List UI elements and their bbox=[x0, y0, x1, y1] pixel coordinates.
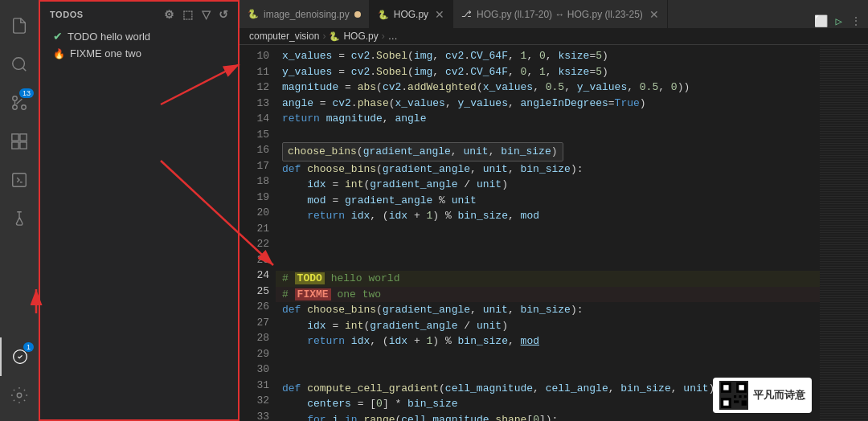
flame-icon: 🔥 bbox=[53, 48, 65, 59]
code-line-17: def choose_bins(gradient_angle, unit, bi… bbox=[276, 161, 820, 178]
tab-diff-label: HOG.py (ll.17-20) ↔ HOG.py (ll.23-25) bbox=[477, 9, 643, 20]
svg-line-1 bbox=[23, 67, 26, 71]
svg-point-4 bbox=[13, 105, 18, 110]
svg-point-11 bbox=[17, 393, 22, 398]
breadcrumb: computer_vision › 🐍 HOG.py › … bbox=[240, 28, 868, 45]
breadcrumb-file[interactable]: HOG.py bbox=[343, 31, 378, 42]
todos-sidebar: TODOS ⚙ ⬚ ▽ ↺ ✔ TODO hello world 🔥 FIXME… bbox=[39, 0, 240, 421]
svg-rect-21 bbox=[734, 400, 739, 403]
svg-rect-18 bbox=[734, 395, 736, 398]
fixme-item-label: FIXME one two bbox=[70, 47, 141, 59]
code-line-20: return idx, (idx + 1) % bin_size, mod bbox=[276, 208, 820, 224]
svg-rect-15 bbox=[739, 385, 743, 390]
watermark-text: 平凡而诗意 bbox=[753, 388, 805, 403]
tab-denoising[interactable]: 🐍 image_denoising.py bbox=[240, 0, 370, 28]
minimap-visual bbox=[820, 45, 868, 421]
todo-item-2[interactable]: 🔥 FIXME one two bbox=[40, 45, 238, 62]
run-icon[interactable]: ▷ bbox=[836, 14, 842, 28]
code-line-11: y_values = cv2.Sobel(img, cv2.CV_64F, 0,… bbox=[276, 64, 820, 80]
check-icon: ✔ bbox=[53, 30, 63, 43]
code-line-23 bbox=[276, 255, 820, 272]
tab-hog[interactable]: 🐍 HOG.py ✕ bbox=[370, 0, 453, 28]
tab-diff-icon: ⎇ bbox=[461, 9, 472, 19]
tab-bar: 🐍 image_denoising.py 🐍 HOG.py ✕ ⎇ HOG.py… bbox=[240, 0, 868, 28]
code-line-15 bbox=[276, 127, 820, 143]
sidebar-title: TODOS bbox=[50, 10, 84, 19]
sidebar-header: TODOS ⚙ ⬚ ▽ ↺ bbox=[40, 2, 238, 27]
tab-diff[interactable]: ⎇ HOG.py (ll.17-20) ↔ HOG.py (ll.23-25) … bbox=[453, 0, 668, 28]
tab-hog-icon: 🐍 bbox=[378, 10, 389, 20]
source-control-icon[interactable]: 13 bbox=[0, 84, 39, 122]
code-line-33: for i in range(cell_magnitude.shape[0]): bbox=[276, 412, 820, 422]
svg-rect-22 bbox=[742, 400, 747, 405]
todo-item-1[interactable]: ✔ TODO hello world bbox=[40, 27, 238, 45]
tab-denoising-icon: 🐍 bbox=[248, 9, 259, 19]
svg-point-0 bbox=[13, 58, 25, 70]
breadcrumb-sep1: › bbox=[322, 31, 326, 42]
todo-tree-icon[interactable]: 1 bbox=[0, 337, 39, 376]
tab-denoising-modified bbox=[354, 11, 361, 18]
code-line-25: # FIXME one two bbox=[276, 287, 820, 303]
line-numbers: 10 11 12 13 14 15 16 17 18 19 20 21 22 2… bbox=[240, 45, 276, 421]
code-line-16: choose_bins(gradient_angle, unit, bin_si… bbox=[276, 142, 820, 161]
tab-hog-close[interactable]: ✕ bbox=[435, 8, 444, 21]
settings-icon[interactable] bbox=[0, 376, 39, 415]
split-editor-icon[interactable]: ⬜ bbox=[814, 14, 828, 28]
code-line-18: idx = int(gradient_angle / unit) bbox=[276, 177, 820, 193]
breadcrumb-sep2: › bbox=[382, 31, 385, 42]
svg-rect-8 bbox=[20, 142, 27, 149]
svg-rect-5 bbox=[12, 134, 18, 141]
svg-rect-7 bbox=[12, 142, 18, 149]
search-icon[interactable] bbox=[0, 45, 39, 84]
sidebar-header-icons: ⚙ ⬚ ▽ ↺ bbox=[162, 6, 231, 22]
tab-diff-close[interactable]: ✕ bbox=[649, 8, 659, 21]
tab-denoising-label: image_denoising.py bbox=[264, 9, 350, 20]
code-line-21 bbox=[276, 224, 820, 240]
more-options-icon[interactable]: ⋮ bbox=[850, 14, 862, 28]
svg-rect-6 bbox=[20, 134, 27, 141]
extensions-icon[interactable] bbox=[0, 122, 39, 161]
code-line-12: magnitude = abs(cv2.addWeighted(x_values… bbox=[276, 80, 820, 96]
sidebar-refresh-icon[interactable]: ↺ bbox=[216, 6, 231, 22]
code-editor[interactable]: 10 11 12 13 14 15 16 17 18 19 20 21 22 2… bbox=[240, 45, 868, 421]
sidebar-filter-icon[interactable]: ▽ bbox=[199, 6, 214, 22]
code-line-24: # TODO hello world bbox=[276, 271, 820, 287]
tab-hog-label: HOG.py bbox=[394, 9, 428, 20]
code-line-14: return magnitude, angle bbox=[276, 111, 820, 127]
svg-point-3 bbox=[13, 96, 18, 101]
breadcrumb-root[interactable]: computer_vision bbox=[249, 31, 319, 42]
activity-bar: 13 1 bbox=[0, 0, 39, 421]
todo-item-label: TODO hello world bbox=[68, 31, 150, 43]
files-icon[interactable] bbox=[0, 6, 39, 45]
code-content: x_values = cv2.Sobel(img, cv2.CV_64F, 1,… bbox=[276, 45, 820, 421]
svg-rect-13 bbox=[723, 385, 728, 390]
sidebar-expand-icon[interactable]: ⚙ bbox=[162, 6, 178, 22]
main-editor-area: 🐍 image_denoising.py 🐍 HOG.py ✕ ⎇ HOG.py… bbox=[240, 0, 868, 421]
code-line-28: return idx, (idx + 1) % bin_size, mod bbox=[276, 333, 820, 349]
code-line-10: x_values = cv2.Sobel(img, cv2.CV_64F, 1,… bbox=[276, 48, 820, 64]
svg-point-2 bbox=[22, 105, 27, 110]
svg-rect-17 bbox=[723, 400, 728, 405]
code-line-29 bbox=[276, 349, 820, 366]
code-line-26: def choose_bins(gradient_angle, unit, bi… bbox=[276, 302, 820, 318]
code-line-19: mod = gradient_angle % unit bbox=[276, 193, 820, 209]
breadcrumb-more[interactable]: … bbox=[388, 31, 398, 42]
watermark: 平凡而诗意 bbox=[713, 378, 812, 413]
svg-rect-19 bbox=[739, 395, 741, 398]
qr-code-icon bbox=[719, 381, 748, 410]
remote-icon[interactable] bbox=[0, 161, 39, 199]
breadcrumb-hog-icon: 🐍 bbox=[329, 31, 340, 42]
minimap bbox=[820, 45, 868, 421]
svg-rect-20 bbox=[744, 395, 747, 398]
code-line-27: idx = int(gradient_angle / unit) bbox=[276, 318, 820, 334]
sidebar-collapse-icon[interactable]: ⬚ bbox=[180, 6, 196, 22]
code-line-13: angle = cv2.phase(x_values, y_values, an… bbox=[276, 96, 820, 112]
test-flask-icon[interactable] bbox=[0, 199, 39, 238]
code-line-22 bbox=[276, 239, 820, 255]
